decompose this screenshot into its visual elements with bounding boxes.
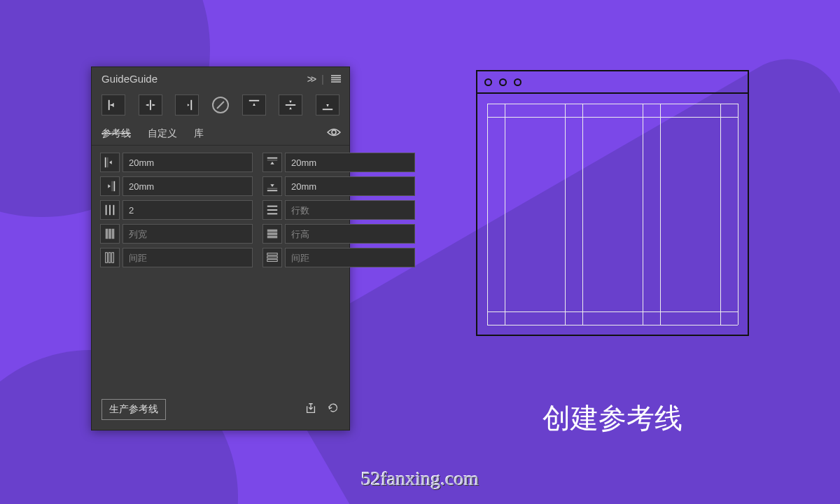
window-dot-icon: [514, 78, 522, 86]
margin-top-icon: [262, 153, 282, 172]
align-top-button[interactable]: [242, 94, 266, 115]
caption-text: 创建参考线: [476, 399, 749, 438]
window-dot-icon: [484, 78, 492, 86]
columns-input[interactable]: [122, 200, 253, 220]
svg-rect-24: [267, 230, 277, 232]
svg-rect-31: [267, 256, 277, 258]
svg-point-6: [332, 130, 336, 134]
svg-rect-5: [323, 108, 332, 110]
field-col-gutter: [100, 248, 253, 267]
field-col-width: [100, 224, 253, 244]
panel-header: GuideGuide >> |: [92, 67, 349, 89]
field-margin-top: [262, 153, 415, 172]
tabs: 参考线 自定义 库: [92, 122, 349, 146]
svg-rect-12: [112, 181, 113, 191]
svg-rect-16: [109, 205, 111, 215]
svg-rect-23: [112, 229, 115, 239]
tab-custom[interactable]: 自定义: [146, 122, 178, 145]
align-center-h-button[interactable]: [139, 94, 162, 115]
clear-icon[interactable]: [212, 97, 229, 113]
svg-rect-26: [267, 236, 277, 239]
field-margin-right: [100, 176, 253, 196]
margin-right-icon: [100, 176, 120, 196]
svg-rect-7: [105, 158, 106, 167]
row-gutter-input[interactable]: [285, 248, 415, 267]
svg-rect-27: [106, 253, 108, 262]
svg-rect-8: [107, 158, 108, 167]
svg-rect-19: [267, 209, 277, 211]
guideguide-panel: GuideGuide >> | 参考线 自定义 库: [91, 66, 350, 430]
svg-rect-25: [267, 232, 277, 235]
margin-top-input[interactable]: [285, 153, 415, 172]
preview-grid: [487, 104, 738, 325]
import-icon[interactable]: [304, 402, 317, 418]
svg-rect-22: [108, 229, 111, 239]
svg-rect-13: [267, 190, 277, 191]
svg-rect-2: [191, 100, 192, 110]
svg-rect-9: [267, 158, 277, 159]
rows-input[interactable]: [285, 200, 415, 220]
row-gutter-icon: [262, 248, 282, 267]
field-columns: [100, 200, 253, 220]
field-margin-bottom: [262, 176, 415, 196]
field-row-gutter: [262, 248, 415, 267]
collapse-icon[interactable]: >>: [307, 74, 314, 85]
svg-rect-29: [112, 253, 114, 262]
svg-rect-15: [106, 205, 107, 215]
panel-footer: 生产参考线: [92, 389, 349, 430]
margin-bottom-input[interactable]: [285, 176, 415, 196]
svg-rect-30: [267, 253, 277, 255]
align-bottom-button[interactable]: [316, 94, 340, 115]
preview-window: [476, 70, 749, 336]
col-width-input[interactable]: [122, 224, 253, 244]
preview-titlebar: [477, 71, 748, 94]
svg-rect-21: [106, 229, 108, 239]
align-center-v-button[interactable]: [279, 94, 302, 115]
svg-rect-28: [108, 253, 111, 262]
generate-button[interactable]: 生产参考线: [102, 399, 166, 420]
svg-rect-32: [267, 260, 277, 262]
svg-rect-14: [267, 188, 277, 189]
svg-rect-18: [267, 206, 277, 207]
margin-bottom-icon: [262, 176, 282, 196]
panel-menu-icon[interactable]: [331, 75, 341, 83]
svg-rect-3: [248, 100, 258, 102]
watermark-text: 52fanxing.com: [0, 468, 840, 490]
col-width-icon: [100, 224, 120, 244]
svg-rect-0: [108, 100, 110, 110]
margin-left-icon: [100, 153, 120, 172]
columns-icon: [100, 200, 120, 220]
alignment-toolbar: [92, 89, 349, 122]
svg-rect-1: [150, 100, 151, 110]
margin-right-input[interactable]: [122, 176, 253, 196]
svg-rect-4: [286, 104, 295, 106]
col-gutter-input[interactable]: [122, 248, 253, 267]
panel-title: GuideGuide: [102, 73, 158, 85]
refresh-icon[interactable]: [327, 402, 340, 418]
tab-guides[interactable]: 参考线: [100, 122, 132, 145]
field-margin-left: [100, 153, 253, 172]
window-dot-icon: [499, 78, 507, 86]
margin-left-input[interactable]: [122, 153, 253, 172]
svg-rect-20: [267, 214, 277, 215]
tab-library[interactable]: 库: [192, 122, 205, 145]
align-right-button[interactable]: [175, 94, 199, 115]
row-height-input[interactable]: [285, 224, 415, 244]
svg-rect-17: [113, 205, 115, 215]
svg-rect-10: [267, 160, 277, 160]
align-left-button[interactable]: [102, 94, 125, 115]
field-row-height: [262, 224, 415, 244]
visibility-icon[interactable]: [327, 127, 341, 140]
svg-rect-11: [113, 181, 115, 191]
col-gutter-icon: [100, 248, 120, 267]
field-rows: [262, 200, 415, 220]
rows-icon: [262, 200, 282, 220]
row-height-icon: [262, 224, 282, 244]
form-area: [92, 146, 349, 267]
